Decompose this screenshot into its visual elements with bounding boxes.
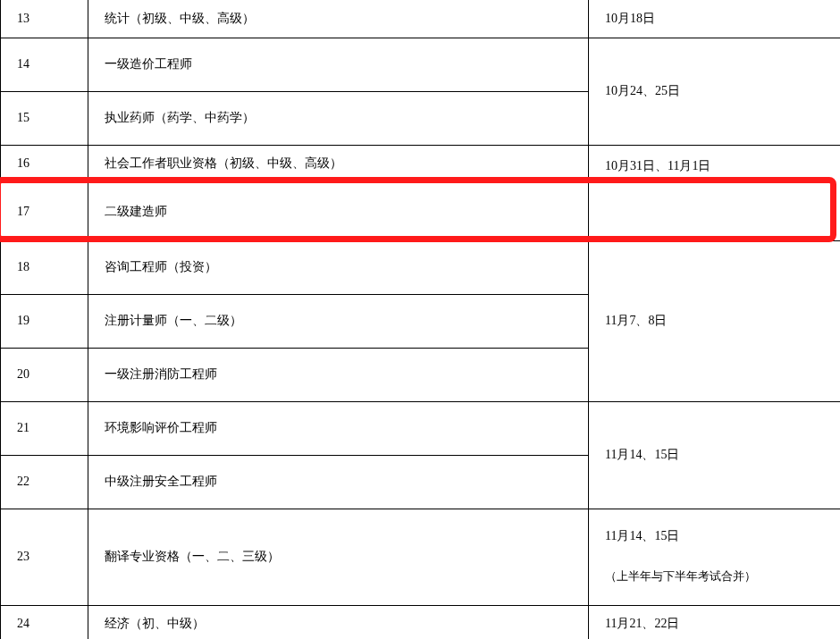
row-number: 24 (1, 605, 88, 639)
exam-date: 11月14、15日 （上半年与下半年考试合并） (589, 509, 841, 605)
exam-name: 社会工作者职业资格（初级、中级、高级） (88, 145, 589, 182)
exam-date-text: 11月14、15日 (605, 529, 679, 542)
table-row: 21 环境影响评价工程师 11月14、15日 (1, 401, 841, 455)
row-number: 15 (1, 91, 88, 145)
row-number: 16 (1, 145, 88, 182)
exam-date: 10月18日 (589, 0, 841, 38)
row-number: 14 (1, 38, 88, 91)
exam-name: 咨询工程师（投资） (88, 240, 589, 294)
exam-name: 二级建造师 (88, 182, 589, 240)
row-number: 19 (1, 294, 88, 348)
row-number: 18 (1, 240, 88, 294)
exam-name: 经济（初、中级） (88, 605, 589, 639)
exam-date: 11月14、15日 (589, 401, 841, 509)
table-row: 14 一级造价工程师 10月24、25日 (1, 38, 841, 91)
exam-name: 执业药师（药学、中药学） (88, 91, 589, 145)
exam-name: 翻译专业资格（一、二、三级） (88, 509, 589, 605)
exam-schedule-table-wrap: 13 统计（初级、中级、高级） 10月18日 14 一级造价工程师 10月24、… (0, 0, 840, 639)
exam-name: 统计（初级、中级、高级） (88, 0, 589, 38)
row-number: 13 (1, 0, 88, 38)
table-row: 13 统计（初级、中级、高级） 10月18日 (1, 0, 841, 38)
exam-name: 中级注册安全工程师 (88, 455, 589, 509)
row-number: 20 (1, 348, 88, 401)
table-row: 16 社会工作者职业资格（初级、中级、高级） 10月31日、11月1日 (1, 145, 841, 182)
table-row: 24 经济（初、中级） 11月21、22日 (1, 605, 841, 639)
row-number: 21 (1, 401, 88, 455)
exam-date-note: （上半年与下半年考试合并） (605, 568, 824, 585)
exam-date: 11月21、22日 (589, 605, 841, 639)
exam-date: 11月7、8日 (589, 240, 841, 401)
exam-name: 注册计量师（一、二级） (88, 294, 589, 348)
row-number: 22 (1, 455, 88, 509)
exam-name: 一级注册消防工程师 (88, 348, 589, 401)
table-row: 18 咨询工程师（投资） 11月7、8日 (1, 240, 841, 294)
exam-name: 一级造价工程师 (88, 38, 589, 91)
row-number: 17 (1, 182, 88, 240)
exam-date: 10月31日、11月1日 (589, 145, 841, 240)
row-number: 23 (1, 509, 88, 605)
exam-schedule-table: 13 统计（初级、中级、高级） 10月18日 14 一级造价工程师 10月24、… (0, 0, 840, 639)
exam-date: 10月24、25日 (589, 38, 841, 145)
table-row: 23 翻译专业资格（一、二、三级） 11月14、15日 （上半年与下半年考试合并… (1, 509, 841, 605)
exam-name: 环境影响评价工程师 (88, 401, 589, 455)
